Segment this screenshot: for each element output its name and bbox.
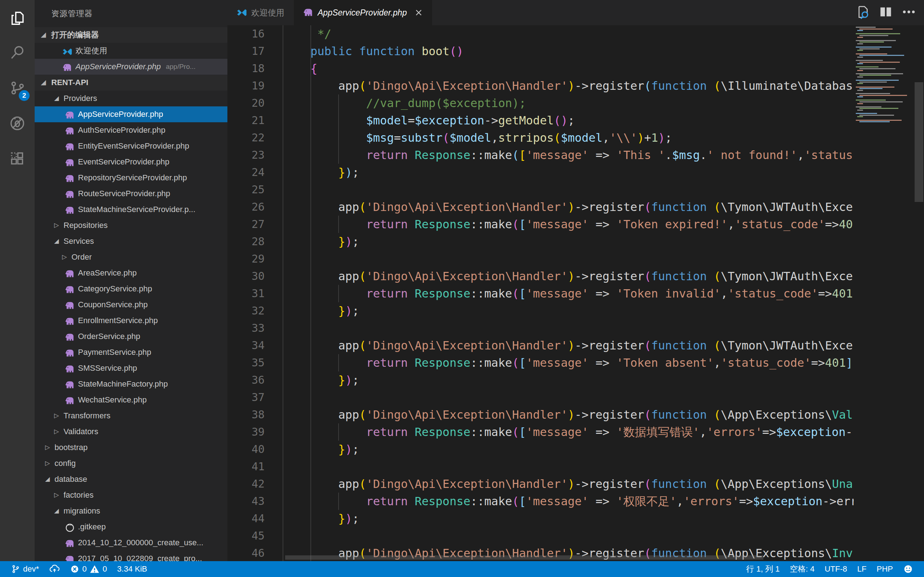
debug-icon[interactable]: [0, 106, 35, 141]
sidebar-title: 资源管理器: [35, 0, 228, 27]
tree-folder-providers[interactable]: ◢Providers: [35, 90, 228, 106]
code-editor[interactable]: 16 */17 public function boot()18 {19 app…: [228, 25, 854, 561]
chevron-collapsed-icon: ▷: [54, 408, 63, 424]
horizontal-scrollbar[interactable]: [285, 555, 763, 560]
php-icon: [65, 268, 75, 278]
error-icon: [70, 564, 79, 574]
git-icon: [65, 522, 75, 532]
php-icon: [65, 173, 75, 183]
activity-bar: 2: [0, 0, 35, 561]
cloud-upload-icon: [49, 564, 60, 574]
tree-folder-services[interactable]: ◢Services: [35, 233, 228, 249]
tree-file[interactable]: WechatService.php: [35, 392, 228, 408]
feedback-smiley-item[interactable]: [898, 561, 918, 577]
chevron-expanded-icon: ◢: [45, 471, 55, 487]
tab-welcome[interactable]: 欢迎使用: [228, 0, 294, 25]
search-icon[interactable]: [0, 35, 35, 70]
php-icon: [65, 284, 75, 294]
tree-file[interactable]: AuthServiceProvider.php: [35, 122, 228, 138]
php-icon: [65, 554, 75, 561]
tree-file[interactable]: AppServiceProvider.php: [35, 106, 228, 122]
vscode-icon: [63, 46, 72, 56]
file-size-item: 3.34 KiB: [112, 561, 152, 577]
git-branch-item[interactable]: dev*: [6, 561, 44, 577]
tree-file[interactable]: CouponService.php: [35, 297, 228, 313]
tree-folder-validators[interactable]: ▷Validators: [35, 424, 228, 440]
indent-guide: [338, 285, 339, 302]
tab-bar: 欢迎使用 AppServiceProvider.php: [228, 0, 924, 25]
source-control-icon[interactable]: 2: [0, 71, 35, 105]
open-editor-item[interactable]: 欢迎使用: [35, 43, 228, 59]
chevron-expanded-icon: ◢: [41, 27, 46, 43]
tree-file[interactable]: StateMachineFactory.php: [35, 376, 228, 392]
minimap-content: [854, 25, 914, 561]
tree-folder-factories[interactable]: ▷factories: [35, 487, 228, 503]
more-actions-icon[interactable]: [901, 5, 916, 21]
language-mode-item[interactable]: PHP: [872, 561, 898, 577]
indentation-item[interactable]: 空格: 4: [785, 561, 819, 577]
tree-folder-bootstrap[interactable]: ▷bootstrap: [35, 440, 228, 456]
editor-actions: [855, 0, 924, 25]
tree-file[interactable]: RepositoryServiceProvider.php: [35, 170, 228, 186]
open-editor-label: 欢迎使用: [76, 43, 107, 59]
tree-folder-database[interactable]: ◢database: [35, 471, 228, 487]
php-icon: [65, 141, 75, 151]
php-icon: [65, 348, 75, 357]
php-icon: [65, 316, 75, 326]
tree-folder-config[interactable]: ▷config: [35, 456, 228, 471]
cursor-position-item[interactable]: 行 1, 列 1: [741, 561, 785, 577]
chevron-collapsed-icon: ▷: [54, 487, 63, 503]
indent-guide: [338, 216, 339, 233]
sync-item[interactable]: [44, 561, 65, 577]
open-editor-path: app/Pro...: [166, 59, 195, 75]
vscode-logo-icon: [237, 8, 247, 18]
tree-file[interactable]: 2017_05_10_022809_create_pro...: [35, 551, 228, 561]
indent-guide: [338, 423, 339, 441]
tree-file[interactable]: EnrollmentService.php: [35, 313, 228, 329]
tree-file[interactable]: RouteServiceProvider.php: [35, 186, 228, 201]
explorer-icon[interactable]: [0, 1, 35, 35]
open-editors-header[interactable]: ◢ 打开的编辑器: [35, 27, 228, 43]
tree-folder-order[interactable]: ▷Order: [35, 249, 228, 265]
php-icon: [65, 538, 75, 548]
tree-file[interactable]: OrderService.php: [35, 329, 228, 344]
chevron-expanded-icon: ◢: [54, 503, 63, 519]
split-editor-icon[interactable]: [879, 5, 892, 20]
indent-guide: [338, 354, 339, 371]
indent-guide: [338, 95, 339, 164]
tree-file[interactable]: 2014_10_12_000000_create_use...: [35, 535, 228, 551]
encoding-item[interactable]: UTF-8: [820, 561, 852, 577]
php-icon: [65, 395, 75, 405]
open-editors-list: 欢迎使用AppServiceProvider.phpapp/Pro...: [35, 43, 228, 75]
tree-file[interactable]: SMSService.php: [35, 360, 228, 376]
tree-file[interactable]: AreaService.php: [35, 265, 228, 281]
extensions-icon[interactable]: [0, 141, 35, 176]
open-editor-item[interactable]: AppServiceProvider.phpapp/Pro...: [35, 59, 228, 75]
file-tree: ◢ProvidersAppServiceProvider.phpAuthServ…: [35, 90, 228, 561]
tree-folder-transformers[interactable]: ▷Transformers: [35, 408, 228, 424]
branch-icon: [11, 564, 20, 574]
tree-file[interactable]: EntityEventServiceProvider.php: [35, 138, 228, 154]
problems-item[interactable]: 0 0: [65, 561, 112, 577]
vertical-scrollbar[interactable]: [914, 82, 923, 202]
tree-file[interactable]: EventServiceProvider.php: [35, 154, 228, 170]
tree-folder-repositories[interactable]: ▷Repositories: [35, 218, 228, 233]
php-icon: [65, 300, 75, 310]
tree-folder-migrations[interactable]: ◢migrations: [35, 503, 228, 519]
tree-file[interactable]: StateMachineServiceProvider.p...: [35, 201, 228, 218]
eol-item[interactable]: LF: [852, 561, 872, 577]
tree-file[interactable]: PaymentService.php: [35, 344, 228, 360]
open-preview-icon[interactable]: [855, 5, 870, 21]
minimap[interactable]: [854, 25, 914, 561]
tree-file[interactable]: CategoryService.php: [35, 281, 228, 297]
warning-icon: [89, 564, 100, 574]
chevron-collapsed-icon: ▷: [45, 440, 55, 456]
smiley-icon: [903, 564, 913, 574]
chevron-expanded-icon: ◢: [41, 75, 46, 90]
tree-file[interactable]: .gitkeep: [35, 519, 228, 535]
php-icon: [65, 126, 75, 135]
scm-badge: 2: [19, 90, 30, 101]
close-icon[interactable]: [415, 9, 423, 16]
tab-appserviceprovider[interactable]: AppServiceProvider.php: [294, 0, 432, 25]
tree-root-header[interactable]: ◢ RENT-API: [35, 75, 228, 90]
